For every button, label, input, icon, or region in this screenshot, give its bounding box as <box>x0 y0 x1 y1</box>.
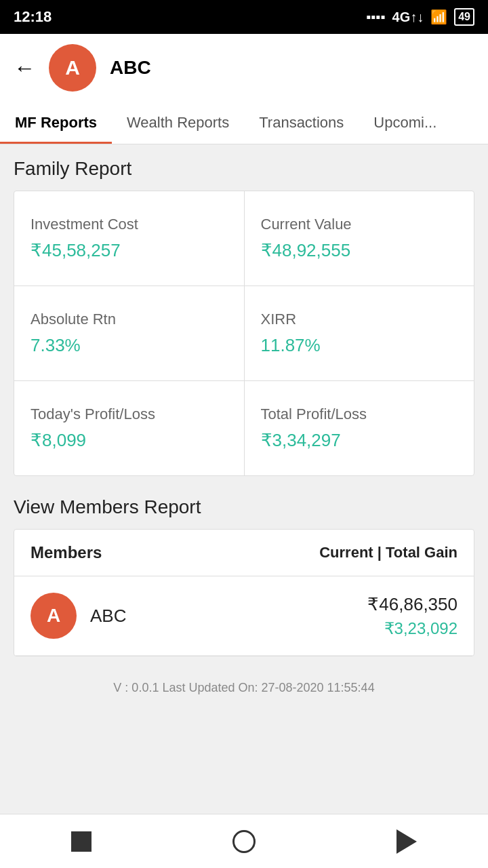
status-icons: ▪▪▪▪ 4G↑↓ 📶 49 <box>366 8 474 26</box>
investment-cost-cell: Investment Cost ₹45,58,257 <box>14 191 245 285</box>
header: ← A ABC <box>0 34 488 102</box>
family-report-title: Family Report <box>14 158 474 180</box>
member-avatar: A <box>30 593 77 639</box>
report-row-3: Today's Profit/Loss ₹8,099 Total Profit/… <box>14 381 474 475</box>
tab-mf-reports[interactable]: MF Reports <box>0 102 112 144</box>
network-type: 4G↑↓ <box>392 9 424 25</box>
member-values: ₹46,86,350 ₹3,23,092 <box>367 594 458 638</box>
today-pl-label: Today's Profit/Loss <box>30 406 228 423</box>
home-icon <box>232 830 256 853</box>
members-col-header: Members <box>30 543 102 562</box>
current-value-cell: Current Value ₹48,92,555 <box>245 191 474 285</box>
current-value-label: Current Value <box>261 216 458 233</box>
gain-col-header: Current | Total Gain <box>319 544 458 561</box>
members-table: Members Current | Total Gain A ABC ₹46,8… <box>14 529 474 656</box>
today-pl-cell: Today's Profit/Loss ₹8,099 <box>14 381 245 475</box>
nav-back-button[interactable] <box>394 829 419 854</box>
report-row-1: Investment Cost ₹45,58,257 Current Value… <box>14 191 474 286</box>
header-name: ABC <box>110 57 151 79</box>
investment-cost-value: ₹45,58,257 <box>30 240 228 261</box>
total-pl-value: ₹3,34,297 <box>261 430 458 451</box>
members-report-title: View Members Report <box>14 496 474 518</box>
xirr-cell: XIRR 11.87% <box>245 286 474 380</box>
investment-cost-label: Investment Cost <box>30 216 228 233</box>
family-report-grid: Investment Cost ₹45,58,257 Current Value… <box>14 191 474 476</box>
signal-icon: ▪▪▪▪ <box>366 9 385 25</box>
absolute-rtn-cell: Absolute Rtn 7.33% <box>14 286 245 380</box>
member-name: ABC <box>90 606 354 627</box>
main-content: Family Report Investment Cost ₹45,58,257… <box>0 144 488 670</box>
back-icon <box>396 829 417 854</box>
tab-transactions[interactable]: Transactions <box>244 102 359 144</box>
total-pl-label: Total Profit/Loss <box>261 406 458 423</box>
report-row-2: Absolute Rtn 7.33% XIRR 11.87% <box>14 286 474 381</box>
tab-upcoming[interactable]: Upcomi... <box>359 102 451 144</box>
today-pl-value: ₹8,099 <box>30 430 228 451</box>
tab-wealth-reports[interactable]: Wealth Reports <box>112 102 244 144</box>
battery-icon: 49 <box>454 8 474 26</box>
status-bar: 12:18 ▪▪▪▪ 4G↑↓ 📶 49 <box>0 0 488 34</box>
member-current-value: ₹46,86,350 <box>367 594 458 615</box>
nav-stop-button[interactable] <box>69 829 94 854</box>
members-table-header: Members Current | Total Gain <box>14 530 474 576</box>
absolute-rtn-label: Absolute Rtn <box>30 311 228 328</box>
member-row[interactable]: A ABC ₹46,86,350 ₹3,23,092 <box>14 576 474 656</box>
wifi-icon: 📶 <box>430 9 447 25</box>
footer-version: V : 0.0.1 Last Updated On: 27-08-2020 11… <box>0 670 488 706</box>
status-time: 12:18 <box>14 8 52 26</box>
total-pl-cell: Total Profit/Loss ₹3,34,297 <box>245 381 474 475</box>
back-button[interactable]: ← <box>14 56 35 81</box>
current-value-value: ₹48,92,555 <box>261 240 458 261</box>
xirr-label: XIRR <box>261 311 458 328</box>
nav-home-button[interactable] <box>232 829 256 854</box>
tabs-container: MF Reports Wealth Reports Transactions U… <box>0 102 488 144</box>
member-total-gain: ₹3,23,092 <box>367 619 458 638</box>
avatar: A <box>49 44 96 92</box>
absolute-rtn-value: 7.33% <box>30 335 228 356</box>
stop-icon <box>71 831 92 852</box>
xirr-value: 11.87% <box>261 335 458 356</box>
bottom-nav <box>0 814 488 868</box>
